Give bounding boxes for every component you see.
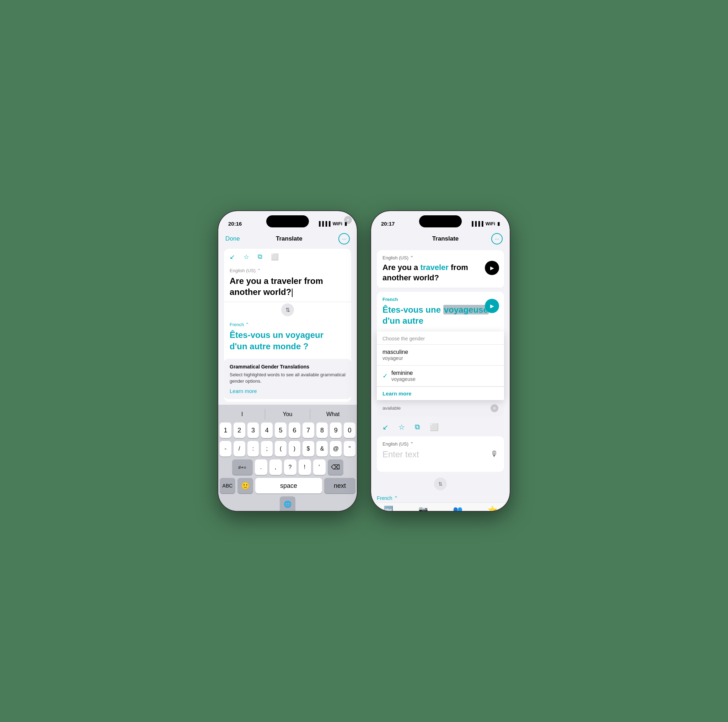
key-9[interactable]: 9 xyxy=(330,423,342,438)
input-card: English (US) ⌃ Enter text 🎙 xyxy=(377,437,504,472)
gender-learn-more[interactable]: Learn more xyxy=(377,386,504,400)
key-apostrophe[interactable]: ' xyxy=(313,459,326,475)
suggestion-you[interactable]: You xyxy=(265,409,310,420)
translation-section-1: French ⌃ Êtes-vous un voyageurd'un autre… xyxy=(224,317,351,356)
microphone-icon[interactable]: 🎙 xyxy=(491,449,499,459)
done-button[interactable]: Done xyxy=(225,235,240,242)
next-key[interactable]: next xyxy=(324,478,355,493)
key-period[interactable]: . xyxy=(255,459,267,475)
play-button-source[interactable]: ▶ xyxy=(485,261,499,275)
chevron-icon-5: ⌃ xyxy=(394,495,398,501)
gender-box-title: Grammatical Gender Translations xyxy=(229,364,346,369)
trans-lang-2: French xyxy=(382,297,499,302)
wifi-icon-2: WiFi xyxy=(486,221,495,226)
keyboard-1: I You What 1 2 3 4 5 6 7 8 9 0 - / : xyxy=(218,405,357,511)
swap-button-2[interactable]: ⇅ xyxy=(434,478,447,490)
delete-key[interactable]: ⌫ xyxy=(328,459,343,475)
key-6[interactable]: 6 xyxy=(289,423,300,438)
nav-title-1: Translate xyxy=(276,235,303,242)
key-slash[interactable]: / xyxy=(234,441,245,456)
source-text-1[interactable]: Are you a traveler from another world? xyxy=(229,275,346,298)
signal-icon: ▐▐▐▐ xyxy=(317,221,330,226)
masculine-option-text: masculine voyageur xyxy=(382,349,499,361)
keyboard-suggestions: I You What xyxy=(220,408,355,423)
chevron-icon-2: ⌃ xyxy=(245,322,249,327)
key-5[interactable]: 5 xyxy=(275,423,286,438)
key-dollar[interactable]: $ xyxy=(303,441,314,456)
key-4[interactable]: 4 xyxy=(261,423,273,438)
key-rparen[interactable]: ) xyxy=(289,441,300,456)
key-row-symbols: - / : ; ( ) $ & @ " xyxy=(220,441,355,456)
share-icon[interactable]: ⬜ xyxy=(271,253,279,261)
tab-camera[interactable]: 📷 Camera xyxy=(406,505,441,511)
close-icon-2[interactable]: ✕ xyxy=(491,405,499,412)
chevron-icon-4: ⌃ xyxy=(410,441,414,447)
phone-2: 20:17 ▐▐▐▐ WiFi ▮ Translate ··· English … xyxy=(371,211,510,511)
swap-button-1[interactable]: ⇅ xyxy=(281,304,294,316)
gender-box-desc: Select highlighted words to see all avai… xyxy=(229,372,346,385)
more-icon-1: ··· xyxy=(342,236,346,242)
chevron-icon-3: ⌃ xyxy=(410,255,414,261)
key-row-globe: 🌐 xyxy=(220,496,355,511)
key-exclaim[interactable]: ! xyxy=(298,459,311,475)
play-button-trans[interactable]: ▶ xyxy=(485,299,499,313)
key-semi[interactable]: ; xyxy=(261,441,273,456)
battery-icon-2: ▮ xyxy=(497,221,500,226)
key-row-bottom: ABC 🙂 space next xyxy=(220,478,355,493)
more-button-2[interactable]: ··· xyxy=(491,233,503,244)
key-numpad[interactable]: #+= xyxy=(232,459,253,475)
expand-icon[interactable]: ↙ xyxy=(229,253,235,261)
star-icon[interactable]: ☆ xyxy=(243,253,249,261)
tab-favorites[interactable]: ⭐ Favorites xyxy=(475,505,510,511)
key-amp[interactable]: & xyxy=(317,441,328,456)
key-1[interactable]: 1 xyxy=(220,423,231,438)
source-lang-2: English (US) ⌃ xyxy=(382,255,499,261)
key-colon[interactable]: : xyxy=(248,441,259,456)
nav-bar-2: Translate ··· xyxy=(371,230,510,249)
copy-icon-2[interactable]: ⧉ xyxy=(415,423,420,431)
key-3[interactable]: 3 xyxy=(248,423,259,438)
key-7[interactable]: 7 xyxy=(303,423,314,438)
learn-more-link-1[interactable]: Learn more xyxy=(229,388,346,394)
tab-bar-2: 🔤 Translation 📷 Camera 👥 Conversation ⭐ … xyxy=(371,502,510,511)
key-quote[interactable]: " xyxy=(344,441,355,456)
key-2[interactable]: 2 xyxy=(234,423,245,438)
key-minus[interactable]: - xyxy=(220,441,231,456)
key-comma[interactable]: , xyxy=(269,459,282,475)
key-lparen[interactable]: ( xyxy=(275,441,286,456)
key-question[interactable]: ? xyxy=(284,459,297,475)
more-button-1[interactable]: ··· xyxy=(338,233,350,244)
translation-card-1: ↙ ☆ ⧉ ⬜ English (US) ⌃ Are you a travele… xyxy=(224,249,351,402)
status-icons-2: ▐▐▐▐ WiFi ▮ xyxy=(470,221,500,226)
source-text-2[interactable]: Are you a traveler from another world? xyxy=(382,263,499,283)
star-icon-2[interactable]: ☆ xyxy=(399,423,405,431)
phone-1-screen: 20:16 ▐▐▐▐ WiFi ▮ Done Translate ··· ↙ ☆ xyxy=(218,211,357,511)
gender-option-masculine[interactable]: masculine voyageur xyxy=(377,345,504,366)
translated-text-1[interactable]: Êtes-vous un voyageurd'un autre monde ? xyxy=(229,330,346,351)
suggestion-what[interactable]: What xyxy=(310,409,355,420)
tab-conversation[interactable]: 👥 Conversation xyxy=(440,505,475,511)
suggestion-i[interactable]: I xyxy=(220,409,265,420)
status-icons-1: ▐▐▐▐ WiFi ▮ xyxy=(317,221,347,226)
space-key[interactable]: space xyxy=(255,478,322,493)
copy-icon[interactable]: ⧉ xyxy=(258,253,262,261)
dynamic-island-2 xyxy=(419,215,462,227)
key-0[interactable]: 0 xyxy=(344,423,355,438)
expand-icon-2[interactable]: ↙ xyxy=(382,423,388,431)
phone-1: 20:16 ▐▐▐▐ WiFi ▮ Done Translate ··· ↙ ☆ xyxy=(218,211,357,511)
gender-option-feminine[interactable]: ✓ feminine voyageuse xyxy=(377,366,504,386)
feminine-option-text: feminine voyageuse xyxy=(392,370,499,382)
nav-bar-1: Done Translate ··· xyxy=(218,230,357,249)
nav-title-2: Translate xyxy=(432,235,459,242)
key-at[interactable]: @ xyxy=(330,441,342,456)
key-8[interactable]: 8 xyxy=(317,423,328,438)
source-lang-label-1: English (US) ⌃ xyxy=(229,268,346,273)
globe-key[interactable]: 🌐 xyxy=(280,496,295,511)
conversation-tab-icon: 👥 xyxy=(453,505,462,511)
tab-translation[interactable]: 🔤 Translation xyxy=(371,505,406,511)
key-abc[interactable]: ABC xyxy=(220,478,236,493)
key-emoji[interactable]: 🙂 xyxy=(237,478,253,493)
input-placeholder[interactable]: Enter text xyxy=(382,449,499,459)
share-icon-2[interactable]: ⬜ xyxy=(430,423,439,431)
translated-text-2[interactable]: Êtes-vous une voyageuse d'un autre xyxy=(382,304,499,326)
